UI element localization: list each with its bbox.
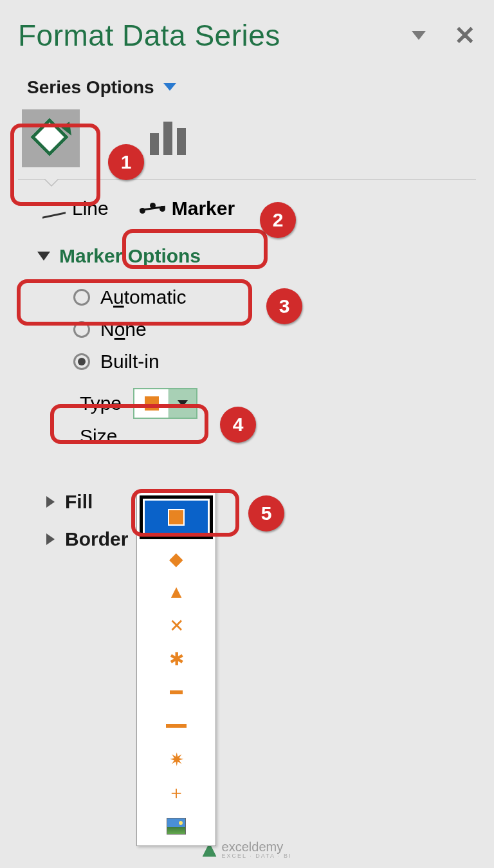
close-icon[interactable]: ✕ bbox=[454, 23, 476, 48]
size-label: Size bbox=[80, 425, 117, 447]
radio-automatic[interactable]: Automatic bbox=[18, 281, 476, 313]
radio-icon bbox=[73, 321, 90, 338]
fill-label: Fill bbox=[65, 491, 93, 513]
dropdown-item-asterisk[interactable]: ✱ bbox=[137, 642, 215, 676]
dropdown-item-diamond[interactable]: ◆ bbox=[137, 542, 215, 575]
dropdown-item-triangle[interactable]: ▲ bbox=[137, 575, 215, 609]
watermark-sub: EXCEL · DATA · BI bbox=[222, 853, 292, 859]
chevron-down-icon bbox=[163, 83, 176, 93]
badge-3: 3 bbox=[266, 288, 302, 324]
border-label: Border bbox=[65, 528, 128, 550]
radio-none[interactable]: None bbox=[18, 313, 476, 346]
picture-icon bbox=[167, 818, 186, 835]
dropdown-caret-icon bbox=[169, 389, 196, 418]
badge-2: 2 bbox=[260, 202, 296, 238]
tab-marker-label: Marker bbox=[172, 198, 235, 219]
paint-bucket-icon bbox=[32, 120, 69, 157]
fill-and-line-tab[interactable] bbox=[22, 109, 80, 167]
dropdown-item-picture[interactable] bbox=[137, 809, 215, 843]
section-border[interactable]: Border bbox=[18, 528, 476, 550]
badge-5: 5 bbox=[248, 495, 284, 531]
type-label: Type bbox=[80, 392, 122, 414]
expand-triangle-icon bbox=[46, 496, 55, 508]
radio-icon bbox=[73, 353, 90, 370]
series-options-tab[interactable] bbox=[139, 109, 197, 167]
line-icon bbox=[42, 201, 66, 216]
section-marker-options[interactable]: Marker Options bbox=[18, 240, 476, 272]
square-marker-icon bbox=[169, 510, 183, 524]
tab-line-label: Line bbox=[72, 198, 109, 219]
radio-built-in-label: Built-in bbox=[100, 351, 160, 373]
collapse-triangle-icon bbox=[37, 252, 50, 261]
dropdown-item-square[interactable] bbox=[145, 501, 208, 534]
panel-options-dropdown-icon[interactable] bbox=[412, 31, 426, 40]
square-marker-icon bbox=[145, 396, 159, 411]
tab-marker[interactable]: Marker bbox=[133, 195, 241, 222]
series-options-menu[interactable]: Series Options bbox=[18, 77, 476, 98]
dropdown-item-short-dash[interactable] bbox=[137, 676, 215, 709]
dropdown-item-star[interactable]: ✷ bbox=[137, 743, 215, 776]
section-fill[interactable]: Fill bbox=[18, 491, 476, 513]
marker-type-select[interactable] bbox=[133, 388, 197, 419]
dropdown-item-long-dash[interactable] bbox=[137, 709, 215, 743]
panel-title: Format Data Series bbox=[18, 18, 280, 53]
marker-options-label: Marker Options bbox=[59, 245, 201, 267]
expand-triangle-icon bbox=[46, 533, 55, 545]
marker-type-dropdown[interactable]: ◆ ▲ ✕ ✱ ✷ ＋ bbox=[136, 491, 216, 846]
dropdown-item-x[interactable]: ✕ bbox=[137, 609, 215, 642]
radio-icon bbox=[73, 289, 90, 306]
dropdown-item-plus[interactable]: ＋ bbox=[137, 776, 215, 809]
marker-type-preview bbox=[134, 389, 169, 418]
radio-none-label: None bbox=[100, 319, 147, 340]
short-dash-icon bbox=[170, 690, 183, 694]
tab-line[interactable]: Line bbox=[36, 195, 115, 222]
bar-chart-icon bbox=[150, 122, 186, 155]
series-options-label: Series Options bbox=[27, 77, 154, 98]
badge-4: 4 bbox=[220, 407, 256, 443]
marker-icon bbox=[140, 201, 165, 216]
radio-built-in[interactable]: Built-in bbox=[18, 346, 476, 378]
watermark-name: exceldemy bbox=[222, 840, 292, 853]
badge-1: 1 bbox=[108, 144, 144, 180]
long-dash-icon bbox=[166, 724, 187, 728]
radio-automatic-label: Automatic bbox=[100, 286, 186, 308]
